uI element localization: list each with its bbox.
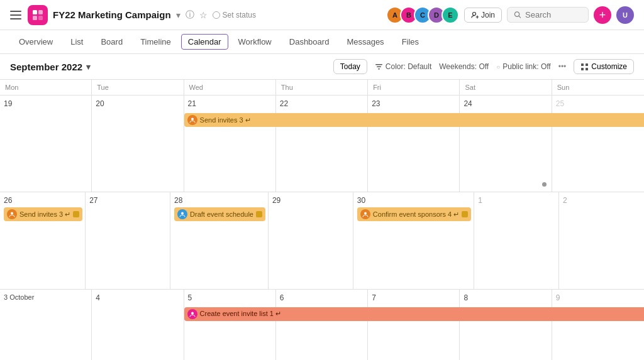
header-mon: Mon [0, 80, 92, 95]
header-sun: Sun [552, 80, 644, 95]
day-number: 27 [89, 196, 167, 205]
tab-overview[interactable]: Overview [10, 32, 62, 53]
event-confirm-sponsors[interactable]: Confirm event sponsors 4 ↵ [357, 207, 471, 221]
cal-cell-sep21: 21 Send invites 3 ↵ [184, 95, 276, 192]
cal-cell-sep27: 27 [86, 192, 170, 288]
cal-cell-oct7: 7 [368, 290, 460, 360]
header-thu: Thu [276, 80, 368, 95]
day-number: 5 [188, 293, 273, 302]
calendar-toolbar: September 2022 ▾ Today Color: Default We… [0, 54, 644, 80]
more-options-button[interactable]: ••• [558, 62, 567, 71]
join-button[interactable]: Join [464, 8, 502, 23]
tab-board[interactable]: Board [92, 32, 131, 53]
day-number: 23 [372, 99, 457, 108]
event-label: Confirm event sponsors 4 ↵ [373, 210, 459, 219]
event-end-dot [462, 211, 468, 217]
add-button[interactable]: + [594, 6, 611, 24]
day-number: 1 [478, 196, 556, 205]
event-avatar [7, 209, 17, 219]
chevron-down-icon[interactable]: ▾ [176, 10, 180, 20]
public-link-toggle[interactable]: ○ Public link: Off [496, 62, 551, 71]
month-chevron-icon: ▾ [86, 62, 91, 72]
event-label: Send invites 3 ↵ [19, 210, 70, 219]
info-icon[interactable]: ⓘ [186, 9, 194, 21]
cal-cell-sep23: 23 [368, 95, 460, 192]
event-label: Send invites 3 ↵ [200, 116, 641, 124]
nav-tabs: Overview List Board Timeline Calendar Wo… [0, 30, 644, 54]
search-bar[interactable] [507, 7, 589, 23]
svg-rect-12 [586, 68, 588, 70]
event-send-invites-2[interactable]: Send invites 3 ↵ [4, 207, 82, 221]
cal-cell-oct4: 4 [92, 290, 184, 360]
cal-cell-oct1: 1 [474, 192, 559, 288]
tab-messages[interactable]: Messages [338, 32, 392, 53]
cal-cell-sep24: 24 [460, 95, 552, 192]
avatar-group: A B C D E [386, 6, 459, 24]
cal-cell-oct2: 2 [559, 192, 644, 288]
toolbar-right: Today Color: Default Weekends: Off ○ Pub… [333, 59, 634, 74]
star-icon[interactable]: ☆ [199, 10, 208, 20]
dot-indicator [542, 182, 547, 187]
cal-week-1: 19 20 21 Send invites 3 ↵ 22 [0, 95, 644, 192]
menu-icon[interactable] [10, 9, 23, 21]
cal-cell-oct5: 5 Create event invite list 1 ↵ [184, 290, 276, 360]
svg-point-15 [181, 212, 184, 215]
color-filter[interactable]: Color: Default [375, 62, 431, 71]
svg-rect-1 [38, 10, 43, 14]
weekends-toggle[interactable]: Weekends: Off [439, 62, 489, 71]
day-number: 30 [357, 196, 471, 205]
top-bar: FY22 Marketing Campaign ▾ ⓘ ☆ Set status… [0, 0, 644, 30]
event-draft-schedule[interactable]: Draft event schedule [174, 207, 265, 221]
cal-cell-sep29: 29 [269, 192, 353, 288]
search-input[interactable] [525, 10, 582, 19]
header-tue: Tue [92, 80, 184, 95]
day-number: 8 [464, 293, 548, 302]
month-title[interactable]: September 2022 ▾ [10, 62, 91, 72]
day-number: 20 [96, 99, 180, 108]
cal-cell-sep19: 19 [0, 95, 92, 192]
day-number: 21 [188, 99, 273, 108]
svg-rect-7 [377, 66, 381, 67]
svg-rect-9 [581, 63, 584, 66]
svg-rect-6 [375, 64, 382, 65]
status-circle-icon [213, 11, 220, 19]
customize-button[interactable]: Customize [574, 59, 634, 74]
svg-rect-10 [586, 63, 588, 66]
set-status[interactable]: Set status [213, 11, 256, 19]
grid-icon [580, 63, 589, 71]
tab-timeline[interactable]: Timeline [131, 32, 180, 53]
svg-rect-0 [33, 10, 37, 14]
tab-files[interactable]: Files [393, 32, 428, 53]
svg-point-17 [191, 312, 194, 314]
user-avatar[interactable]: U [616, 6, 634, 24]
event-avatar [360, 209, 370, 219]
day-number: 29 [272, 196, 350, 205]
filter-icon [375, 63, 383, 71]
cal-cell-sep25: 25 [552, 95, 644, 192]
calendar-main: Mon Tue Wed Thu Fri Sat Sun 19 20 21 [0, 80, 644, 360]
tab-calendar[interactable]: Calendar [181, 34, 228, 50]
tab-workflow[interactable]: Workflow [230, 32, 280, 53]
day-number: 3 October [4, 293, 89, 301]
tab-list[interactable]: List [62, 32, 92, 53]
event-end-dot [256, 211, 262, 217]
event-send-invites-1[interactable]: Send invites 3 ↵ [184, 113, 644, 127]
day-number: 9 [556, 293, 641, 302]
calendar-header: Mon Tue Wed Thu Fri Sat Sun [0, 80, 644, 95]
cal-week-2: 26 Send invites 3 ↵ 27 28 [0, 192, 644, 289]
today-button[interactable]: Today [333, 59, 367, 74]
event-create-invite-list[interactable]: Create event invite list 1 ↵ [184, 307, 644, 321]
cal-cell-sep22: 22 [276, 95, 368, 192]
project-title: FY22 Marketing Campaign [53, 9, 171, 20]
cal-cell-sep28: 28 Draft event schedule [170, 192, 269, 288]
svg-point-5 [514, 12, 519, 16]
app-logo [28, 5, 48, 25]
tab-dashboard[interactable]: Dashboard [280, 32, 338, 53]
top-bar-left: FY22 Marketing Campaign ▾ ⓘ ☆ Set status [10, 5, 256, 25]
day-number: 6 [280, 293, 365, 302]
search-icon [514, 11, 521, 19]
day-number: 25 [556, 99, 641, 108]
avatar[interactable]: E [441, 6, 459, 24]
day-number: 4 [96, 293, 180, 302]
cal-cell-sep20: 20 [92, 95, 184, 192]
